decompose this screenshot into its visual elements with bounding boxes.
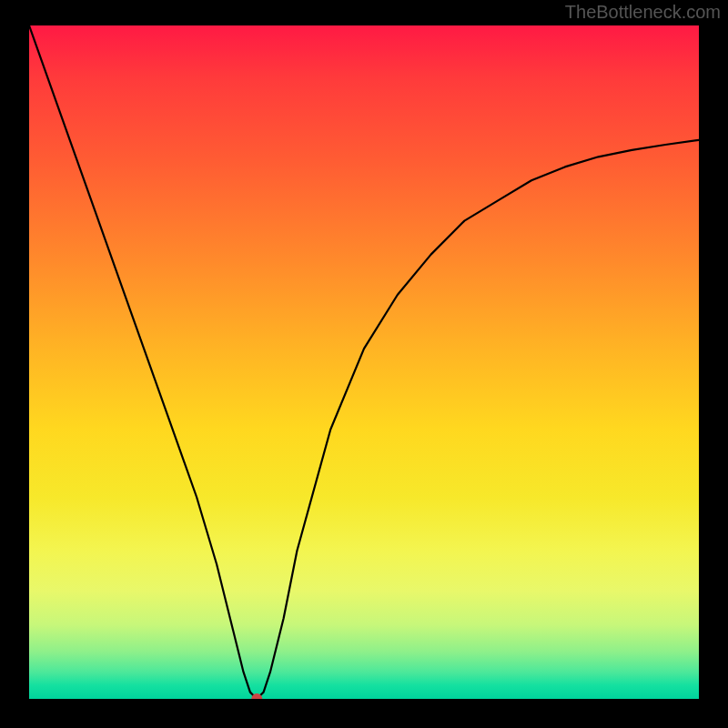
- bottleneck-curve-path: [29, 25, 699, 699]
- chart-svg: [29, 25, 699, 699]
- watermark-text: TheBottleneck.com: [565, 2, 721, 23]
- chart-plot-area: [29, 25, 699, 699]
